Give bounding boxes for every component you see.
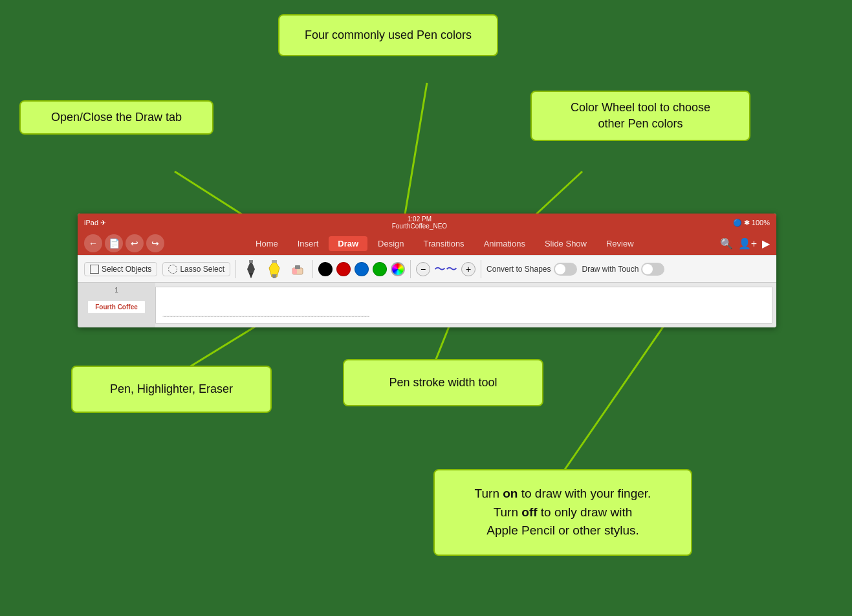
highlighter-tool[interactable] bbox=[265, 259, 284, 280]
tab-home[interactable]: Home bbox=[246, 236, 287, 251]
status-time: 1:02 PM bbox=[392, 215, 447, 223]
draw-with-touch-group: Draw with Touch bbox=[582, 263, 665, 276]
convert-to-shapes-label: Convert to Shapes bbox=[486, 265, 551, 274]
status-icons: 🔵 ✱ 100% bbox=[733, 219, 770, 227]
convert-to-shapes-toggle[interactable] bbox=[554, 263, 577, 276]
stroke-controls: − 〜〜 + bbox=[416, 261, 475, 277]
draw-with-touch-toggle[interactable] bbox=[641, 263, 664, 276]
callout-draw-with-touch: Turn on to draw with your finger. Turn o… bbox=[433, 469, 692, 556]
divider-3 bbox=[410, 260, 411, 278]
select-box-icon bbox=[90, 265, 99, 274]
status-right: 🔵 ✱ 100% bbox=[733, 219, 770, 227]
status-bar: iPad ✈ 1:02 PM FourthCoffee_NEO 🔵 ✱ 100% bbox=[78, 214, 776, 232]
color-swatch-green[interactable] bbox=[373, 262, 387, 276]
svg-rect-15 bbox=[295, 265, 300, 269]
menu-bar: ← 📄 ↩ ↪ Home Insert Draw Design Transiti… bbox=[78, 232, 776, 255]
stroke-minus-label: − bbox=[421, 264, 426, 274]
callout-pen-highlighter-eraser: Pen, Highlighter, Eraser bbox=[71, 366, 272, 413]
callout-color-wheel-text: Color Wheel tool to chooseother Pen colo… bbox=[571, 101, 710, 130]
callout-open-close-draw-tab: Open/Close the Draw tab bbox=[19, 100, 213, 135]
color-wheel-swatch[interactable] bbox=[391, 262, 405, 276]
callout-pen-stroke-width: Pen stroke width tool bbox=[343, 359, 543, 406]
tab-design[interactable]: Design bbox=[369, 236, 413, 251]
callout-color-wheel: Color Wheel tool to chooseother Pen colo… bbox=[530, 91, 750, 141]
eraser-tool[interactable] bbox=[288, 259, 307, 280]
slide-area: 1 Fourth Coffee ~~~~~~~~~~~~~~~~~~~~~~~~… bbox=[78, 282, 776, 327]
add-user-icon[interactable]: 👤+ bbox=[738, 237, 757, 250]
lasso-select-button[interactable]: Lasso Select bbox=[162, 262, 230, 276]
status-doc: FourthCoffee_NEO bbox=[392, 223, 447, 230]
callout-pen-highlighter-text: Pen, Highlighter, Eraser bbox=[110, 382, 233, 395]
tab-draw[interactable]: Draw bbox=[329, 236, 367, 251]
tab-slideshow[interactable]: Slide Show bbox=[536, 236, 596, 251]
convert-to-shapes-group: Convert to Shapes bbox=[486, 263, 576, 276]
slide-canvas[interactable]: ~~~~~~~~~~~~~~~~~~~~~~~~~~~~~~~~~~~~~~~~… bbox=[155, 287, 772, 324]
slide-thumb-label: Fourth Coffee bbox=[95, 303, 138, 311]
redo-button[interactable]: ↪ bbox=[146, 234, 164, 252]
divider-2 bbox=[312, 260, 313, 278]
play-icon[interactable]: ▶ bbox=[762, 237, 770, 250]
pen-tool[interactable] bbox=[241, 259, 261, 280]
lasso-icon bbox=[168, 265, 177, 274]
status-center: 1:02 PM FourthCoffee_NEO bbox=[392, 215, 447, 230]
tab-insert[interactable]: Insert bbox=[289, 236, 328, 251]
status-left: iPad ✈ bbox=[84, 219, 106, 227]
doc-button[interactable]: 📄 bbox=[105, 234, 123, 252]
select-objects-label: Select Objects bbox=[102, 265, 151, 274]
search-icon[interactable]: 🔍 bbox=[720, 237, 733, 250]
callout-pen-stroke-text: Pen stroke width tool bbox=[389, 376, 497, 389]
svg-marker-8 bbox=[249, 273, 253, 278]
ipad-label: iPad ✈ bbox=[84, 219, 106, 227]
color-swatches-group bbox=[318, 262, 405, 276]
color-swatch-blue[interactable] bbox=[355, 262, 369, 276]
menu-nav: ← 📄 ↩ ↪ bbox=[84, 234, 164, 252]
divider-4 bbox=[481, 260, 481, 278]
svg-rect-9 bbox=[249, 260, 253, 263]
lasso-select-label: Lasso Select bbox=[180, 265, 224, 274]
stroke-preview: 〜〜 bbox=[434, 261, 457, 277]
stroke-increase-button[interactable]: + bbox=[461, 262, 475, 276]
menu-right-icons: 🔍 👤+ ▶ bbox=[720, 237, 770, 250]
callout-draw-with-touch-text: Turn on to draw with your finger. Turn o… bbox=[475, 487, 651, 537]
color-swatch-black[interactable] bbox=[318, 262, 333, 276]
svg-rect-12 bbox=[272, 260, 277, 263]
divider-1 bbox=[235, 260, 236, 278]
stroke-plus-label: + bbox=[466, 264, 471, 274]
draw-toolbar: Select Objects Lasso Select bbox=[78, 255, 776, 282]
back-button[interactable]: ← bbox=[84, 234, 102, 252]
lasso-select-group: Lasso Select bbox=[162, 262, 230, 276]
select-objects-button[interactable]: Select Objects bbox=[84, 262, 157, 276]
tab-animations[interactable]: Animations bbox=[475, 236, 534, 251]
tab-transitions[interactable]: Transitions bbox=[415, 236, 474, 251]
undo-button[interactable]: ↩ bbox=[126, 234, 144, 252]
slide-scribble: ~~~~~~~~~~~~~~~~~~~~~~~~~~~~~~~~~~~~~~~~… bbox=[162, 313, 369, 320]
pen-tools-group bbox=[241, 259, 307, 280]
select-objects-group: Select Objects bbox=[84, 262, 157, 276]
slide-number: 1 bbox=[115, 287, 118, 294]
callout-four-pen-colors: Four commonly used Pen colors bbox=[278, 14, 498, 56]
color-swatch-red[interactable] bbox=[336, 262, 351, 276]
menu-tabs: Home Insert Draw Design Transitions Anim… bbox=[172, 236, 717, 251]
tab-review[interactable]: Review bbox=[597, 236, 643, 251]
draw-with-touch-label: Draw with Touch bbox=[582, 265, 639, 274]
svg-marker-11 bbox=[272, 274, 277, 278]
callout-open-close-text: Open/Close the Draw tab bbox=[51, 111, 182, 124]
ipad-area: iPad ✈ 1:02 PM FourthCoffee_NEO 🔵 ✱ 100%… bbox=[78, 214, 776, 327]
slide-thumbnail[interactable]: Fourth Coffee bbox=[87, 300, 146, 314]
callout-four-pen-colors-text: Four commonly used Pen colors bbox=[305, 28, 472, 41]
stroke-decrease-button[interactable]: − bbox=[416, 262, 430, 276]
